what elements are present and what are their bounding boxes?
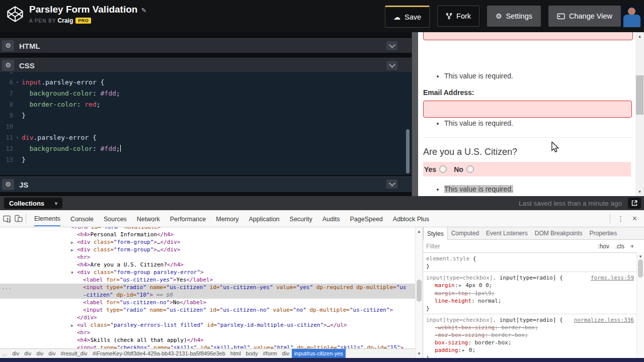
breadcrumb-item[interactable]: input#us-citizen-yes (292, 349, 346, 358)
styles-scrollbar[interactable]: ▼ (636, 252, 644, 358)
devtools-menu-kebab-icon[interactable]: ⋮ (613, 215, 628, 223)
editor-scrollbar-thumb[interactable] (406, 129, 410, 173)
css-code-line[interactable]: 5 (0, 72, 412, 77)
css-code-line[interactable]: 8 border-color: red; (0, 99, 412, 110)
html-panel-header[interactable]: ⚙ HTML (0, 38, 412, 53)
breadcrumb-item[interactable]: html (228, 349, 244, 358)
style-declaration[interactable]: box-sizing: border-box; (426, 339, 641, 346)
yes-radio[interactable] (439, 165, 447, 173)
dom-tree-row[interactable]: <input type="radio" name="us-citizen" id… (0, 306, 423, 314)
sidebar-tab-computed[interactable]: Computed (448, 227, 482, 239)
devtools-tab-pagespeed[interactable]: PageSpeed (350, 212, 382, 226)
breadcrumb-item[interactable]: div (46, 349, 58, 358)
html-settings-gear-icon[interactable]: ⚙ (2, 40, 14, 51)
html-collapse-button[interactable] (386, 41, 397, 50)
style-declaration[interactable]: padding:▶ 0; (426, 346, 641, 354)
dom-tree-row[interactable]: <form id="form" novalidate> (0, 227, 423, 231)
breadcrumb-item[interactable]: div (22, 349, 34, 358)
name-input-error[interactable] (423, 32, 633, 40)
devtools-tab-sources[interactable]: Sources (104, 212, 127, 226)
css-code-editor[interactable]: 56▾input.parsley-error {7 background-col… (0, 72, 412, 175)
change-view-button[interactable]: Change View (548, 6, 621, 27)
dom-tree-row[interactable]: <h4>Personal Information</h4> (0, 231, 423, 238)
style-declaration[interactable]: -webkit-box-sizing: border-box; (426, 324, 641, 331)
dom-tree-row[interactable]: ▶<div class="form-group">…</div> (0, 246, 423, 253)
breadcrumb-item[interactable]: body (244, 349, 261, 358)
dom-tree-row[interactable]: <h4>Skills (check all that apply)</h4> (0, 336, 423, 344)
hover-state-toggle[interactable]: :hov (598, 243, 609, 250)
preview-scrollbar-thumb[interactable] (636, 75, 643, 115)
css-code-line[interactable]: 11▾div.parsley-error { (0, 132, 412, 143)
devtools-tab-performance[interactable]: Performance (170, 212, 206, 226)
styles-scrollbar-thumb[interactable] (638, 259, 643, 278)
breadcrumb-item[interactable]: div (10, 349, 22, 358)
collapsed-arrow-icon[interactable]: ▶ (71, 322, 73, 329)
elements-scrollbar-thumb[interactable] (417, 280, 422, 302)
js-panel-header[interactable]: ⚙ JS (0, 176, 412, 192)
devtools-tab-adblock-plus[interactable]: Adblock Plus (393, 212, 429, 226)
email-input[interactable] (423, 101, 632, 118)
device-toolbar-icon[interactable] (15, 215, 23, 222)
css-code-line[interactable]: 7 background-color: #fdd; (0, 88, 412, 99)
dom-tree-row[interactable]: <input type="checkbox" name="skills" id=… (0, 344, 423, 348)
stylesheet-link[interactable]: normalize.less:336 (574, 316, 634, 324)
collections-dropdown[interactable]: Collections ▾ (4, 198, 62, 209)
preview-scrollbar[interactable]: ▲ ▼ (635, 32, 644, 196)
sidebar-tab-styles[interactable]: Styles (423, 227, 448, 240)
stylesheet-link[interactable]: forms.less:59 (591, 274, 634, 282)
js-settings-gear-icon[interactable]: ⚙ (2, 179, 14, 190)
scroll-down-icon[interactable]: ▼ (635, 188, 644, 196)
css-collapse-button[interactable] (386, 61, 397, 70)
breadcrumb-item[interactable]: #form (260, 349, 279, 358)
breadcrumb-item[interactable]: div (34, 349, 46, 358)
breadcrumb-item[interactable]: #result_div (58, 349, 90, 358)
no-radio[interactable] (466, 165, 474, 173)
devtools-tab-elements[interactable]: Elements (34, 211, 60, 226)
rule-selector[interactable]: normalize.less:336input[type=checkbox], … (426, 316, 641, 324)
scroll-down-icon[interactable]: ▼ (637, 252, 644, 261)
no-label[interactable]: No (454, 165, 463, 173)
devtools-tab-network[interactable]: Network (137, 212, 160, 226)
elements-scrollbar[interactable]: ▲ ▼ (415, 227, 423, 358)
codepen-logo-icon[interactable] (6, 5, 24, 23)
dom-tree-row[interactable]: ▶<ul class="parsley-errors-list filled" … (0, 321, 423, 329)
dom-tree-row[interactable]: ▼<div class="form-group parsley-error"> (0, 268, 423, 276)
css-code-line[interactable]: 6▾input.parsley-error { (0, 77, 412, 88)
scroll-up-icon[interactable]: ▲ (416, 227, 423, 236)
css-code-line[interactable]: 9} (0, 110, 412, 121)
dom-tree-row[interactable]: <label for="us-citizen-yes">Yes</label> (0, 276, 423, 284)
css-code-line[interactable]: 10 (0, 121, 412, 132)
breadcrumb-item[interactable]: div (280, 349, 292, 358)
yes-label[interactable]: Yes (424, 165, 436, 173)
collapsed-arrow-icon[interactable]: ▶ (71, 246, 73, 254)
rule-selector[interactable]: element.style { (426, 255, 641, 262)
css-code-line[interactable]: 13} (0, 154, 412, 165)
dom-tree-row[interactable]: <h4>Are you a U.S. Citizen?</h4> (0, 261, 423, 268)
css-settings-gear-icon[interactable]: ⚙ (2, 60, 14, 71)
new-rule-plus-button[interactable]: + (630, 243, 634, 250)
style-declaration[interactable]: -moz-box-sizing: border-box; (426, 331, 641, 339)
sidebar-tab-properties[interactable]: Properties (586, 227, 620, 239)
dom-tree-row[interactable]: <label for="us-citizen-no">No</label> (0, 299, 423, 306)
devtools-tab-console[interactable]: Console (70, 212, 94, 226)
settings-button[interactable]: ⚙ Settings (487, 6, 541, 27)
dom-tree-row[interactable]: ...<input type="radio" name="us-citizen"… (0, 284, 423, 299)
save-button[interactable]: ☁ Save (385, 6, 430, 28)
style-declaration[interactable]: line-height: normal; (426, 297, 641, 305)
inspect-element-icon[interactable] (3, 215, 12, 223)
devtools-tab-memory[interactable]: Memory (216, 212, 238, 226)
dom-tree-row[interactable]: <hr> (0, 329, 423, 336)
devtools-close-icon[interactable]: × (628, 214, 641, 223)
sidebar-tab-dom-breakpoints[interactable]: DOM Breakpoints (531, 227, 586, 239)
css-code-line[interactable]: 12 background-color: #fdd; (0, 143, 412, 154)
dom-tree-row[interactable]: ▶<div class="form-group">…</div> (0, 238, 423, 246)
fork-button[interactable]: Fork (437, 6, 479, 27)
expand-value-icon[interactable]: ▶ (458, 284, 462, 288)
author-link[interactable]: Craig (58, 17, 73, 24)
breadcrumb-item[interactable]: #iFrameKey-0fdf3de4-429a-bb43-2131-ba5f8… (90, 349, 228, 358)
expanded-arrow-icon[interactable]: ▼ (71, 269, 73, 277)
devtools-tab-security[interactable]: Security (290, 212, 312, 226)
devtools-tab-application[interactable]: Application (249, 212, 279, 226)
user-avatar[interactable] (621, 4, 643, 27)
devtools-tab-audits[interactable]: Audits (323, 212, 340, 226)
